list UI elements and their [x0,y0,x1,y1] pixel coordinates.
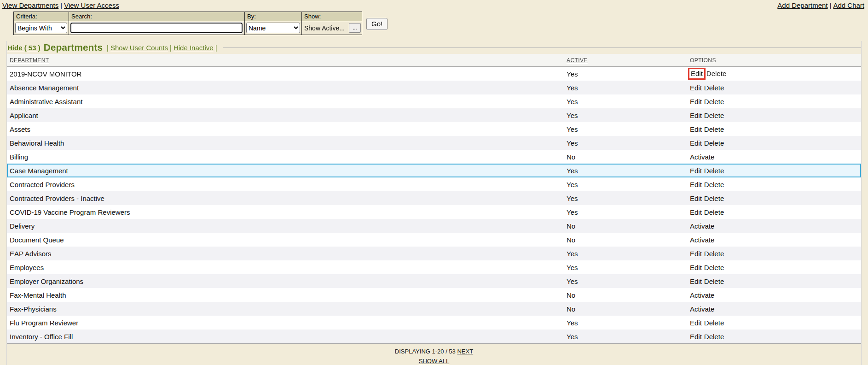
edit-link[interactable]: Edit [690,319,702,327]
delete-link[interactable]: Delete [704,333,724,341]
delete-link[interactable]: Delete [704,208,724,216]
edit-link[interactable]: Edit [690,277,702,285]
show-label: Show: [302,12,362,21]
edit-link[interactable]: Edit [690,112,702,119]
by-select[interactable]: Name [246,23,300,33]
edit-link[interactable]: Edit [690,84,702,92]
edit-link[interactable]: Edit [690,208,702,216]
options-cell: EditDelete [687,333,861,341]
hide-count-link[interactable]: Hide ( 53 ) [7,44,41,52]
activate-link[interactable]: Activate [690,305,714,313]
delete-link[interactable]: Delete [704,84,724,92]
table-row: COVID-19 Vaccine Program ReviewersYesEdi… [7,205,861,219]
options-cell: EditDelete [687,277,861,285]
options-cell: EditDelete [687,319,861,327]
table-row: Employer OrganizationsYesEditDelete [7,274,861,288]
delete-link[interactable]: Delete [706,70,726,77]
department-cell: Billing [7,153,564,161]
active-cell: Yes [564,319,687,327]
table-row: Behavioral HealthYesEditDelete [7,136,861,150]
criteria-table: Criteria: Search: By: Show: Begins With … [13,12,362,35]
options-cell: EditDelete [687,98,861,106]
edit-link[interactable]: Edit [690,181,702,188]
active-cell: No [564,153,687,161]
hide-inactive-link[interactable]: Hide Inactive [174,44,214,52]
next-page-link[interactable]: NEXT [457,348,473,355]
department-cell: Fax-Mental Health [7,291,564,299]
delete-link[interactable]: Delete [704,250,724,258]
options-cell: EditDelete [687,208,861,216]
annotation-highlight-box: Edit [688,68,706,80]
criteria-label: Criteria: [14,12,69,21]
search-cell [69,21,245,35]
department-cell: Flu Program Reviewer [7,319,564,327]
criteria-cell: Begins With [14,21,69,35]
table-row: Contracted ProvidersYesEditDelete [7,177,861,191]
edit-link[interactable]: Edit [691,70,703,77]
active-cell: No [564,222,687,230]
options-cell: Activate [687,236,861,244]
activate-link[interactable]: Activate [690,291,714,299]
delete-link[interactable]: Delete [704,194,724,202]
view-user-access-link[interactable]: View User Access [64,1,119,9]
column-header-active[interactable]: ACTIVE [567,57,588,64]
separator: | [830,1,832,9]
delete-link[interactable]: Delete [704,125,724,133]
by-label: By: [245,12,302,21]
table-row: Document QueueNoActivate [7,233,861,247]
edit-link[interactable]: Edit [690,333,702,341]
delete-link[interactable]: Delete [704,319,724,327]
edit-link[interactable]: Edit [690,98,702,106]
show-all-line: SHOW ALL [7,356,861,365]
table-row: Fax-Mental HealthNoActivate [7,288,861,302]
delete-link[interactable]: Delete [704,181,724,188]
delete-link[interactable]: Delete [704,98,724,106]
active-cell: Yes [564,125,687,133]
show-filter-picker-button[interactable]: ... [349,23,361,33]
edit-link[interactable]: Edit [690,125,702,133]
table-row: EAP AdvisorsYesEditDelete [7,247,861,260]
options-cell: EditDelete [687,167,861,175]
department-cell: Assets [7,125,564,133]
search-form: Criteria: Search: By: Show: Begins With … [13,12,868,35]
table-row: Administrative AssistantYesEditDelete [7,94,861,108]
delete-link[interactable]: Delete [704,112,724,119]
department-cell: Fax-Physicians [7,305,564,313]
delete-link[interactable]: Delete [704,167,724,175]
column-header-department[interactable]: DEPARTMENT [10,57,49,64]
table-row: Flu Program ReviewerYesEditDelete [7,316,861,330]
delete-link[interactable]: Delete [704,264,724,271]
table-row: Absence ManagementYesEditDelete [7,81,861,94]
section-header: Hide ( 53 ) Departments | Show User Coun… [7,41,861,54]
active-cell: Yes [564,250,687,258]
edit-link[interactable]: Edit [690,167,702,175]
view-departments-link[interactable]: View Departments [2,1,58,9]
activate-link[interactable]: Activate [690,236,714,244]
show-all-link[interactable]: SHOW ALL [419,358,449,365]
delete-link[interactable]: Delete [704,139,724,147]
department-cell: Employees [7,264,564,271]
go-button[interactable]: Go! [366,18,388,30]
activate-link[interactable]: Activate [690,153,714,161]
search-input[interactable] [70,23,243,33]
departments-table-body: 2019-NCOV MONITORYesEditDeleteAbsence Ma… [7,67,861,343]
edit-link[interactable]: Edit [690,139,702,147]
add-department-link[interactable]: Add Department [777,1,827,9]
table-row: 2019-NCOV MONITORYesEditDelete [7,67,861,81]
department-cell: 2019-NCOV MONITOR [7,70,564,78]
add-chart-link[interactable]: Add Chart [833,1,864,9]
department-cell: Applicant [7,112,564,119]
department-cell: Absence Management [7,84,564,92]
activate-link[interactable]: Activate [690,222,714,230]
options-cell: EditDelete [687,68,861,80]
criteria-select[interactable]: Begins With [15,23,67,33]
show-user-counts-link[interactable]: Show User Counts [110,44,168,52]
delete-link[interactable]: Delete [704,277,724,285]
pagination: DISPLAYING 1-20 / 53 NEXT SHOW ALL [7,343,861,365]
top-nav-right: Add Department|Add Chart [777,1,864,9]
department-cell: Administrative Assistant [7,98,564,106]
edit-link[interactable]: Edit [690,264,702,271]
edit-link[interactable]: Edit [690,250,702,258]
show-cell: Show Active... ... [302,21,362,35]
edit-link[interactable]: Edit [690,194,702,202]
